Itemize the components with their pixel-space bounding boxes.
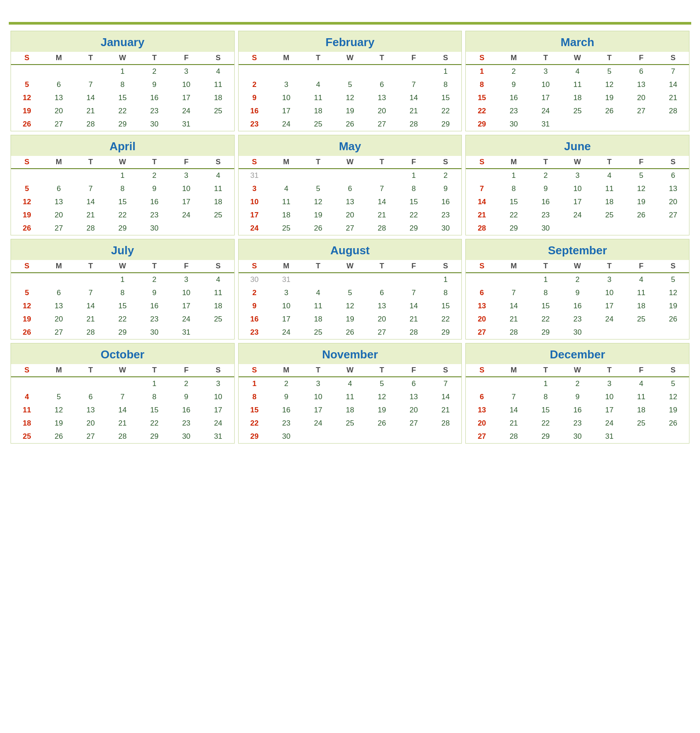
day-header-M-1: M	[43, 52, 75, 65]
day-header-T-4: T	[138, 156, 170, 169]
day-cell: 25	[334, 417, 366, 430]
day-cell: 1	[498, 169, 530, 182]
day-cell: 15	[107, 91, 139, 105]
day-cell: 30	[562, 430, 594, 443]
day-cell: 20	[334, 209, 366, 222]
month-name-august: August	[239, 239, 462, 260]
day-cell	[302, 169, 334, 182]
day-cell: 29	[138, 430, 170, 443]
month-block-may: MaySMTWTFS311234567891011121314151617181…	[238, 135, 462, 235]
day-cell: 2	[498, 65, 530, 78]
day-cell: 21	[498, 417, 530, 430]
day-cell: 24	[170, 313, 203, 326]
day-cell: 23	[530, 209, 562, 222]
day-cell: 23	[562, 417, 594, 430]
day-header-S-6: S	[430, 260, 462, 273]
day-cell: 14	[107, 404, 139, 417]
day-cell: 26	[625, 209, 657, 222]
day-cell: 18	[270, 209, 302, 222]
month-block-july: JulySMTWTFS12345678910111213141516171819…	[11, 239, 235, 339]
day-cell: 20	[657, 195, 689, 209]
day-cell: 26	[334, 326, 366, 339]
day-cell: 10	[593, 390, 625, 404]
day-cell: 3	[170, 273, 203, 286]
day-cell: 24	[593, 417, 625, 430]
day-cell: 13	[366, 300, 398, 313]
day-cell: 13	[43, 195, 75, 209]
day-cell: 4	[202, 273, 234, 286]
day-cell: 5	[657, 273, 689, 286]
day-cell: 5	[593, 65, 625, 78]
day-cell: 12	[625, 182, 657, 195]
day-cell	[302, 273, 334, 286]
day-cell: 23	[138, 313, 170, 326]
day-cell: 3	[593, 273, 625, 286]
day-cell	[593, 326, 625, 339]
day-cell: 17	[170, 195, 203, 209]
day-cell: 22	[466, 105, 498, 118]
day-cell	[625, 430, 657, 443]
day-cell: 3	[562, 169, 594, 182]
day-cell	[398, 430, 430, 443]
day-header-W-3: W	[562, 156, 594, 169]
day-cell: 21	[466, 209, 498, 222]
day-cell: 6	[398, 377, 430, 390]
day-cell: 17	[170, 91, 203, 105]
day-cell: 8	[530, 286, 562, 300]
day-cell: 22	[239, 417, 271, 430]
day-cell	[334, 273, 366, 286]
day-cell: 12	[302, 195, 334, 209]
month-block-march: MarchSMTWTFS1234567891011121314151617181…	[465, 31, 689, 131]
day-cell	[366, 430, 398, 443]
day-cell: 25	[625, 313, 657, 326]
day-cell: 6	[625, 65, 657, 78]
day-cell: 10	[562, 182, 594, 195]
day-cell: 1	[107, 169, 139, 182]
day-cell: 17	[239, 209, 271, 222]
day-cell: 23	[270, 417, 302, 430]
month-block-august: AugustSMTWTFS303112345678910111213141516…	[238, 239, 462, 339]
day-cell: 18	[302, 105, 334, 118]
day-cell	[562, 118, 594, 131]
day-cell: 29	[107, 118, 139, 131]
day-cell: 28	[498, 430, 530, 443]
day-cell: 2	[270, 377, 302, 390]
day-cell: 1	[430, 273, 462, 286]
day-cell: 23	[239, 118, 271, 131]
day-cell: 8	[466, 78, 498, 91]
day-cell: 28	[366, 222, 398, 235]
day-cell: 23	[138, 209, 170, 222]
day-cell: 17	[593, 404, 625, 417]
day-cell: 26	[657, 417, 689, 430]
day-header-S-6: S	[657, 364, 689, 377]
day-cell: 26	[334, 118, 366, 131]
day-cell: 18	[334, 404, 366, 417]
day-cell: 7	[498, 286, 530, 300]
day-cell: 25	[202, 313, 234, 326]
day-header-M-1: M	[498, 52, 530, 65]
day-cell: 17	[593, 300, 625, 313]
day-cell: 6	[43, 78, 75, 91]
day-header-S-0: S	[466, 260, 498, 273]
day-header-W-3: W	[562, 52, 594, 65]
day-cell: 21	[75, 313, 107, 326]
day-cell: 14	[466, 195, 498, 209]
day-cell: 11	[625, 286, 657, 300]
day-header-W-3: W	[334, 156, 366, 169]
day-cell: 1	[138, 377, 170, 390]
day-cell: 22	[530, 313, 562, 326]
day-header-S-6: S	[657, 156, 689, 169]
day-cell: 2	[138, 169, 170, 182]
day-cell: 7	[466, 182, 498, 195]
day-cell: 16	[430, 195, 462, 209]
day-cell: 8	[138, 390, 170, 404]
day-cell	[75, 377, 107, 390]
day-cell: 18	[11, 417, 43, 430]
day-cell: 13	[334, 195, 366, 209]
day-cell: 23	[239, 326, 271, 339]
day-cell: 31	[202, 430, 234, 443]
day-header-T-2: T	[530, 260, 562, 273]
day-cell	[625, 118, 657, 131]
day-cell: 27	[334, 222, 366, 235]
day-cell: 18	[562, 91, 594, 105]
